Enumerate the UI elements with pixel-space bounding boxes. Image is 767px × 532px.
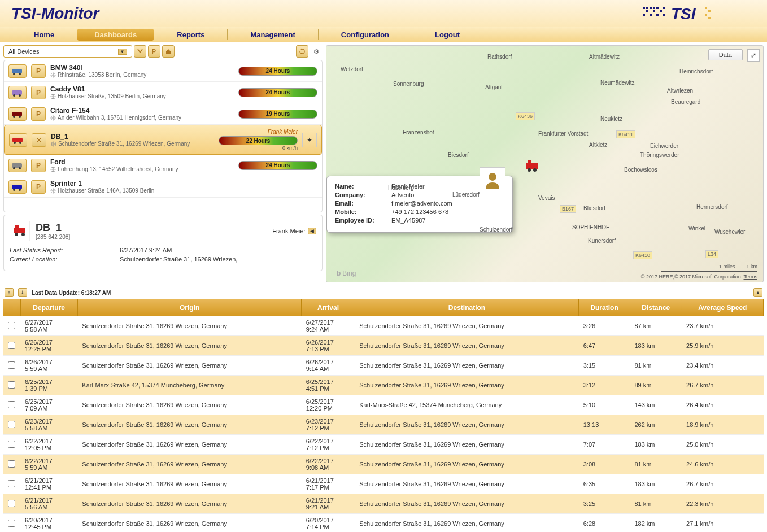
row-checkbox[interactable]: [8, 520, 15, 527]
nav-logout[interactable]: Logout: [412, 30, 482, 39]
map-place-label: Lüdersdorf: [452, 191, 480, 198]
cell-arrival: 6/27/2017 9:24 AM: [302, 316, 355, 336]
device-address: Holzhauser Straße 146A, 13509 Berlin: [50, 187, 313, 194]
map-terms-link[interactable]: Terms: [744, 274, 758, 280]
map-road-label: K6410: [633, 251, 652, 259]
cell-arrival: 6/21/2017 7:17 PM: [302, 474, 355, 494]
row-checkbox[interactable]: [8, 480, 15, 487]
expand-down-btn[interactable]: ⤓: [18, 288, 27, 297]
row-checkbox[interactable]: [8, 441, 15, 448]
filter-btn-1[interactable]: [134, 45, 146, 58]
nav-dashboards[interactable]: Dashboards: [77, 29, 154, 41]
device-address: Schulzendorfer Straße 31, 16269 Wriezen,…: [51, 141, 214, 147]
settings-btn[interactable]: ⚙: [310, 45, 323, 58]
col-header[interactable]: Departure: [20, 299, 77, 316]
cell-arrival: 6/23/2017 7:12 PM: [302, 415, 355, 435]
col-header[interactable]: Destination: [355, 299, 578, 316]
svg-rect-8: [656, 7, 659, 9]
cell-origin: Schulzendorfer Straße 31, 16269 Wriezen,…: [77, 336, 301, 356]
device-row[interactable]: P Sprinter 1 Holzhauser Straße 146A, 135…: [4, 176, 322, 198]
vehicle-icon: [8, 180, 27, 194]
table-row[interactable]: 6/22/2017 5:59 AM Schulzendorfer Straße …: [3, 455, 764, 474]
device-row[interactable]: P Caddy V81 Holzhauser Straße, 13509 Ber…: [4, 82, 322, 103]
map-expand-icon[interactable]: ⤢: [747, 49, 760, 62]
table-row[interactable]: 6/20/2017 12:45 PM Schulzendorfer Straße…: [3, 514, 764, 533]
row-checkbox[interactable]: [8, 500, 15, 507]
device-name: Sprinter 1: [50, 180, 313, 187]
device-row[interactable]: DB_1 Schulzendorfer Straße 31, 16269 Wri…: [4, 125, 322, 155]
table-row[interactable]: 6/23/2017 5:58 AM Schulzendorfer Straße …: [3, 415, 764, 435]
nav-home[interactable]: Home: [11, 30, 77, 39]
table-row[interactable]: 6/26/2017 12:25 PM Schulzendorfer Straße…: [3, 336, 764, 356]
row-checkbox[interactable]: [8, 361, 15, 369]
collapse-vertical-btn[interactable]: ↕: [5, 288, 14, 297]
svg-rect-15: [708, 10, 711, 12]
refresh-btn[interactable]: [296, 45, 308, 58]
vehicle-marker[interactable]: [524, 159, 540, 175]
app-logo: TSI-Monitor: [11, 5, 99, 23]
row-checkbox[interactable]: [8, 460, 15, 468]
scroll-up-btn[interactable]: ▲: [753, 288, 762, 297]
row-checkbox[interactable]: [8, 322, 15, 329]
vehicle-icon: [9, 133, 27, 147]
cell-arrival: 6/26/2017 7:13 PM: [302, 336, 355, 356]
cell-departure: 6/21/2017 12:41 PM: [20, 474, 77, 494]
device-name: Caddy V81: [50, 85, 234, 93]
cell-distance: 183 km: [630, 336, 682, 356]
cell-destination: Schulzendorfer Straße 31, 16269 Wriezen,…: [355, 356, 578, 376]
svg-point-19: [13, 73, 15, 75]
cell-duration: 7:07: [579, 435, 630, 455]
nav-reports[interactable]: Reports: [154, 30, 227, 39]
row-checkbox[interactable]: [8, 401, 15, 408]
device-row[interactable]: P BMW 340i Rhinstraße, 13053 Berlin, Ger…: [4, 60, 322, 82]
device-address: Föhrenhang 13, 14552 Wilhelmshorst, Germ…: [50, 166, 234, 172]
cell-duration: 3:08: [579, 455, 630, 474]
nav-management[interactable]: Management: [228, 30, 317, 39]
svg-rect-45: [15, 225, 19, 229]
table-row[interactable]: 6/25/2017 7:09 AM Schulzendorfer Straße …: [3, 395, 764, 415]
svg-rect-3: [653, 7, 655, 9]
device-row[interactable]: P Citaro F-154 An der Wildbahn 3, 16761 …: [4, 103, 322, 125]
cell-destination: Schulzendorfer Straße 31, 16269 Wriezen,…: [355, 336, 578, 356]
col-header[interactable]: Average Speed: [682, 299, 763, 316]
trip-table: DepartureOriginArrivalDestinationDuratio…: [3, 299, 764, 532]
parking-icon: P: [31, 86, 46, 99]
device-address: Rhinstraße, 13053 Berlin, Germany: [50, 72, 234, 78]
brand-logo: TSI: [643, 2, 756, 25]
home-filter-btn[interactable]: [162, 45, 175, 58]
table-row[interactable]: 6/21/2017 5:56 AM Schulzendorfer Straße …: [3, 494, 764, 514]
device-filter-select[interactable]: All Devices ▼: [3, 45, 132, 58]
vehicle-icon: [8, 107, 27, 121]
map-place-label: Wetzdorf: [341, 66, 363, 72]
detail-driver[interactable]: Frank Meier ◀: [272, 228, 316, 234]
cell-distance: 183 km: [630, 435, 682, 455]
popup-label: Mobile:: [335, 208, 391, 215]
row-checkbox[interactable]: [8, 421, 15, 428]
parking-filter-btn[interactable]: P: [148, 45, 160, 58]
cell-destination: Schulzendorfer Straße 31, 16269 Wriezen,…: [355, 474, 578, 494]
row-checkbox[interactable]: [8, 342, 15, 349]
map-view[interactable]: Data ⤢ Name:Frank MeierCompany:AdventoEm…: [326, 45, 764, 282]
nav-configuration[interactable]: Configuration: [319, 30, 412, 39]
table-row[interactable]: 6/21/2017 12:41 PM Schulzendorfer Straße…: [3, 474, 764, 494]
map-data-button[interactable]: Data: [708, 49, 743, 60]
map-place-label: Altmädewitz: [589, 54, 620, 60]
popup-label: Name:: [335, 183, 391, 190]
map-road-label: B167: [560, 205, 576, 213]
table-row[interactable]: 6/22/2017 12:05 PM Schulzendorfer Straße…: [3, 435, 764, 455]
svg-text:TSI: TSI: [671, 5, 696, 23]
col-header[interactable]: Arrival: [302, 299, 355, 316]
map-place-label: Franzenshof: [403, 129, 434, 136]
col-header[interactable]: Origin: [77, 299, 301, 316]
table-row[interactable]: 6/25/2017 1:39 PM Karl-Marx-Straße 42, 1…: [3, 376, 764, 395]
table-row[interactable]: 6/27/2017 5:58 AM Schulzendorfer Straße …: [3, 316, 764, 336]
col-header[interactable]: Duration: [579, 299, 630, 316]
hours-bar: 24 Hours: [238, 161, 317, 170]
svg-rect-49: [528, 160, 531, 164]
svg-rect-5: [653, 10, 655, 12]
row-checkbox[interactable]: [8, 381, 15, 389]
col-header[interactable]: Distance: [630, 299, 682, 316]
table-row[interactable]: 6/26/2017 5:59 AM Schulzendorfer Straße …: [3, 356, 764, 376]
device-row[interactable]: P Ford Föhrenhang 13, 14552 Wilhelmshors…: [4, 155, 322, 176]
map-place-label: Sonnenburg: [393, 81, 424, 87]
